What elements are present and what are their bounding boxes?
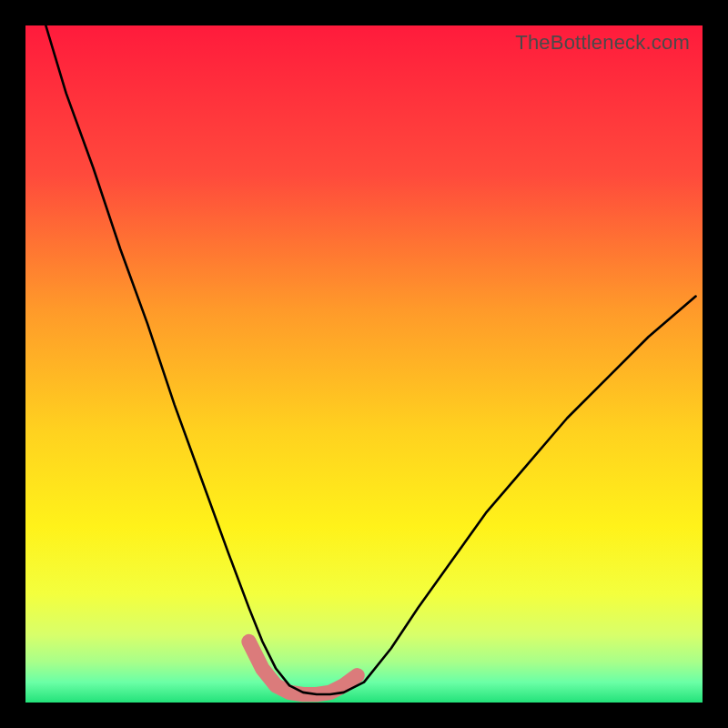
- chart-stage: TheBottleneck.com: [0, 0, 728, 728]
- curve-layer: [25, 25, 703, 703]
- bottleneck-curve: [46, 25, 695, 694]
- plot-area: TheBottleneck.com: [25, 25, 703, 703]
